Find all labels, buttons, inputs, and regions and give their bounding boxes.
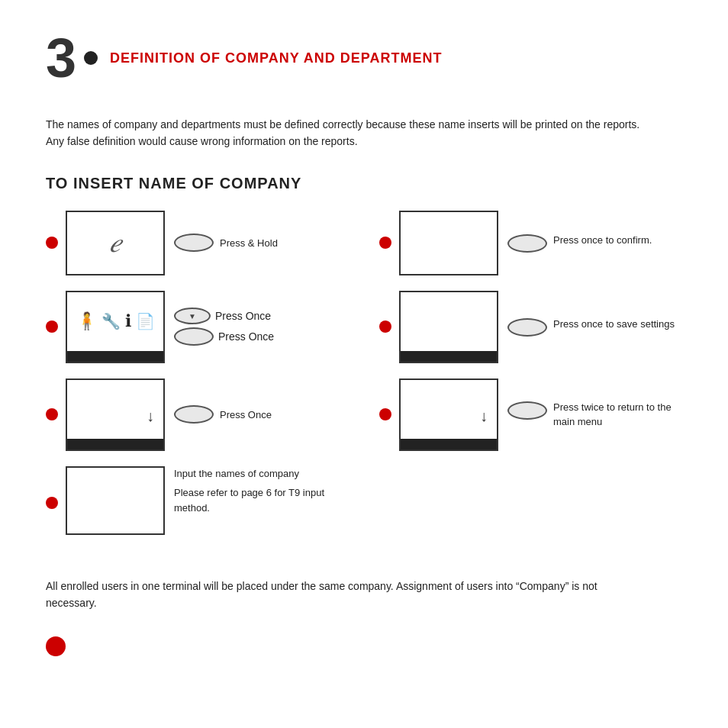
step2-screen: 🧍 🔧 ℹ 📄 xyxy=(66,291,165,363)
step1-screen: 𝑒 xyxy=(66,211,165,275)
step3-screen-bar xyxy=(67,439,163,449)
step-row-4: Input the names of company Please refer … xyxy=(46,466,349,535)
footer-paragraph: All enrolled users in one terminal will … xyxy=(46,578,641,612)
steps-grid: 𝑒 Press & Hold 🧍 🔧 ℹ 📄 xyxy=(46,211,682,550)
doc-icon: 📄 xyxy=(136,312,155,330)
step1-instruction-area: Press & Hold xyxy=(174,234,278,252)
steps-left-column: 𝑒 Press & Hold 🧍 🔧 ℹ 📄 xyxy=(46,211,349,550)
step3-bullet xyxy=(46,408,58,420)
step-row-6: Press once to save settings xyxy=(379,291,682,363)
step4-bullet xyxy=(46,497,58,509)
section-heading: TO INSERT NAME OF COMPANY xyxy=(46,175,682,192)
step2-screen-bar xyxy=(67,351,163,362)
step5-label: Press once to confirm. xyxy=(553,233,652,248)
step2-bullet xyxy=(46,321,58,333)
info-icon: ℹ xyxy=(125,311,131,331)
steps-right-column: Press once to confirm. Press once to sav… xyxy=(379,211,682,550)
step4-instruction-area: Input the names of company Please refer … xyxy=(174,466,349,516)
step6-screen-bar xyxy=(401,351,497,362)
step5-bullet xyxy=(379,237,391,249)
step6-screen xyxy=(399,291,498,363)
step5-instruction-area: Press once to confirm. xyxy=(507,233,652,253)
oval-button-2 xyxy=(174,327,214,346)
step1-label: Press & Hold xyxy=(220,236,278,251)
oval-button-1 xyxy=(174,234,214,252)
e-logo-icon: 𝑒 xyxy=(109,227,121,259)
person-icon: 🧍 xyxy=(76,311,97,331)
step-row-2: 🧍 🔧 ℹ 📄 Press Once Press Once xyxy=(46,291,349,363)
step2-instruction-area: Press Once Press Once xyxy=(174,308,274,346)
step7-screen: ↓ xyxy=(399,378,498,451)
step5-screen xyxy=(399,211,498,275)
step7-instruction-area: Press twice to return to the main menu xyxy=(507,400,682,430)
step7-bullet xyxy=(379,408,391,420)
step-row-1: 𝑒 Press & Hold xyxy=(46,211,349,275)
oval-button-7 xyxy=(507,401,547,420)
step6-instruction-area: Press once to save settings xyxy=(507,317,675,337)
step6-label: Press once to save settings xyxy=(553,317,675,332)
step3-screen: ↓ xyxy=(66,378,165,451)
step-number: 3 xyxy=(46,31,76,85)
oval-button-6 xyxy=(507,318,547,337)
arrow-down-icon-2: ↓ xyxy=(480,407,488,425)
step2-label1: Press Once xyxy=(215,310,271,322)
step7-screen-bar xyxy=(401,439,497,449)
step4-label2: Please refer to page 6 for T9 input meth… xyxy=(174,485,349,515)
step4-screen xyxy=(66,466,165,535)
step-row-7: ↓ Press twice to return to the main menu xyxy=(379,378,682,451)
wrench-icon: 🔧 xyxy=(101,312,121,330)
bottom-bullet xyxy=(46,636,66,656)
page-header: 3 DEFINITION OF COMPANY AND DEPARTMENT xyxy=(46,31,682,85)
step4-label1: Input the names of company xyxy=(174,466,349,482)
arrow-down-icon: ↓ xyxy=(147,407,154,425)
step6-bullet xyxy=(379,321,391,333)
step3-instruction-area: Press Once xyxy=(174,405,272,424)
step2-label2: Press Once xyxy=(218,330,274,343)
step7-label: Press twice to return to the main menu xyxy=(553,400,682,430)
oval-button-down-1 xyxy=(174,308,211,324)
step-row-3: ↓ Press Once xyxy=(46,378,349,451)
step-row-5: Press once to confirm. xyxy=(379,211,682,275)
oval-button-3 xyxy=(174,405,214,424)
step1-bullet xyxy=(46,237,58,249)
header-bullet xyxy=(84,51,98,65)
step3-label: Press Once xyxy=(220,407,272,423)
intro-paragraph: The names of company and departments mus… xyxy=(46,116,641,150)
oval-button-5 xyxy=(507,234,547,253)
page-title: DEFINITION OF COMPANY AND DEPARTMENT xyxy=(110,50,442,66)
